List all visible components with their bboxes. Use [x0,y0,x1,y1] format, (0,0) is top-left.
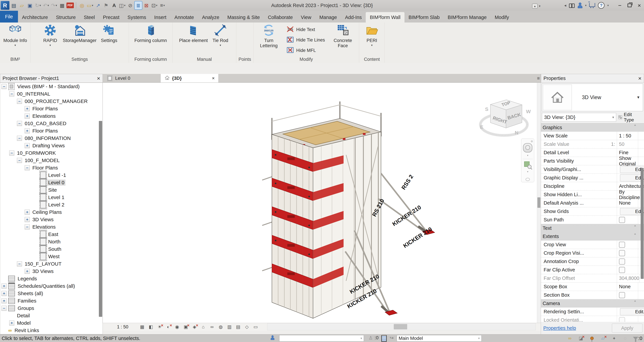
measure-icon[interactable]: ◎ [78,1,86,10]
design-options-icon[interactable]: ↪ [390,335,394,341]
crop-view-icon[interactable]: ▣ [182,324,189,330]
design-option-select[interactable]: Main Model ▾ [397,335,482,341]
property-value-text[interactable]: 304,8000 [619,275,639,281]
tree-expander-minus-icon[interactable]: − [17,99,22,104]
tree-item[interactable]: Level 2 [0,201,102,208]
tree-item[interactable]: +Drafting Views [0,142,102,149]
tree-expander-plus-icon[interactable]: + [25,106,30,111]
compass-west[interactable]: W [526,109,531,114]
ribbon-tab-annotate[interactable]: Annotate [170,12,198,23]
tree-expander-plus-icon[interactable]: + [2,283,6,288]
tree-item[interactable]: West [0,253,102,260]
ribbon-tab-add-ins[interactable]: Add-Ins [341,12,366,23]
restore-button[interactable] [628,4,632,7]
tree-item[interactable]: +Floor Plans [0,127,102,135]
ribbon-tab-precast[interactable]: Precast [99,12,123,23]
export-pdf-icon[interactable]: PDF [66,1,74,10]
aligned-dimension-icon[interactable]: ▭▾ [86,1,94,10]
ribbon-tab-structure[interactable]: Structure [52,12,80,23]
tree-item[interactable]: ∞Revit Links [0,327,102,334]
edit-button[interactable]: Edit... [620,208,644,215]
redo-icon[interactable]: ↷▾ [50,1,58,10]
account-caret-icon[interactable]: ▾ [585,4,586,7]
concrete-face-button[interactable]: Concrete Face [326,24,359,49]
help-icon[interactable]: ? [598,2,604,9]
compass-north[interactable]: N [515,130,518,135]
instance-selector-caret-icon[interactable]: ▾ [612,115,614,119]
checkbox[interactable] [619,267,625,273]
checkbox[interactable] [619,292,625,298]
tree-item[interactable]: −Views (BIM² - M - Standard) [0,83,102,90]
checkbox[interactable] [619,250,625,256]
tree-expander-minus-icon[interactable]: − [25,224,30,229]
search-icon[interactable] [569,4,575,7]
select-underlay-icon[interactable]: ◪ [578,335,584,341]
section-collapse-icon[interactable]: ^ [634,225,636,228]
turn-lettering-button[interactable]: 350/125Turn Lettering [254,24,284,49]
tree-expander-minus-icon[interactable]: − [9,151,14,156]
tree-item[interactable]: −Groups [0,304,102,312]
collapse-search-icon[interactable]: ◂ [564,3,566,8]
tree-item[interactable]: −000_PROJECT_MANAGER [0,98,102,105]
modify-arrow-icon[interactable]: ↗ [94,1,102,10]
reveal-constraints-icon[interactable]: ▭ [252,324,259,330]
ribbon-tab-insert[interactable]: Insert [150,12,170,23]
minimize-button[interactable]: − [616,2,623,9]
ribbon-tab-bim-form-wall[interactable]: BIM²form Wall [366,12,404,23]
sun-path-icon[interactable]: ☀ [156,324,163,330]
property-value-text[interactable]: Architectural [619,183,644,189]
peri-button[interactable]: PERI▾ [361,24,382,47]
property-value-text[interactable]: None [619,284,630,289]
filter-icon[interactable]: :0 [633,335,642,341]
detail-level-icon[interactable]: ▦ [139,324,146,330]
displacement-sets-icon[interactable]: ◇ [244,324,250,330]
ribbon-tab-steel[interactable]: Steel [80,12,99,23]
dropdown-caret-icon[interactable]: ▾ [40,4,41,7]
compass-east[interactable]: E [480,124,484,130]
tree-item[interactable]: −080_INFORMATION [0,135,102,142]
checkbox[interactable] [619,242,625,248]
section-collapse-icon[interactable]: ^ [634,300,636,303]
sign-in-icon[interactable] [577,3,582,8]
edit-button[interactable]: Edit... [620,174,644,181]
tree-item[interactable]: −150_F_LAYOUT [0,260,102,268]
tree-item[interactable]: −010_CAD_BASED [0,120,102,127]
ribbon-tab-architecture[interactable]: Architecture [18,12,52,23]
section-icon[interactable]: ⊘ [126,1,134,10]
viewport-horizontal-scrollbar-thumb[interactable] [394,324,407,329]
ribbon-tab-bim-form-manage[interactable]: BIM²form Manage [444,12,490,23]
property-value-text[interactable]: None [619,200,630,206]
viewport-horizontal-scrollbar[interactable] [267,323,536,330]
temporary-view-properties-icon[interactable]: ▤ [235,324,242,330]
dropdown-caret-icon[interactable]: ▾ [163,4,165,7]
forming-column-button[interactable]: Forming column [133,24,168,44]
tag-by-category-icon[interactable]: ⚑ [102,1,110,10]
revit-logo[interactable]: R [1,1,10,10]
properties-section-camera[interactable]: Camera^ [541,299,644,307]
tree-item[interactable]: +3D Views [0,268,102,275]
tree-item[interactable]: South [0,245,102,253]
reveal-hidden-elements-icon[interactable]: ◍ [217,324,224,330]
property-value-text[interactable]: Show Original [619,156,638,167]
properties-section-text[interactable]: Text^ [541,224,644,232]
section-collapse-icon[interactable]: ^ [634,124,636,128]
dropdown-caret-icon[interactable]: ▾ [92,4,93,7]
tree-expander-minus-icon[interactable]: − [9,91,14,96]
tree-expander-minus-icon[interactable]: − [2,84,6,89]
type-selector[interactable]: 3D View ▼ [542,84,643,111]
module-info-button[interactable]: Module Info▾ [2,24,28,47]
tree-item[interactable]: Legends [0,275,102,282]
close-inactive-windows-icon[interactable]: ⊠ [143,1,150,10]
temporary-hide-isolate-icon[interactable]: ∞ [208,324,215,330]
default-3d-view-icon[interactable]: ◫▾ [118,1,126,10]
thin-lines-icon[interactable]: ≣ [134,1,142,10]
tree-expander-minus-icon[interactable]: − [2,306,6,311]
zoom-caret-icon[interactable]: ▾ [527,170,528,173]
shadows-icon[interactable]: ◐ [165,324,172,330]
dropdown-caret-icon[interactable]: ▾ [50,44,51,47]
background-processes-icon[interactable]: ◌ [622,335,628,341]
tree-item[interactable]: +Families [0,297,102,304]
unlocked-3d-view-icon[interactable]: ⌂ [200,324,206,330]
workset-select[interactable]: ▾ [279,335,364,341]
editable-only-icon[interactable]: ♙ [368,335,373,341]
